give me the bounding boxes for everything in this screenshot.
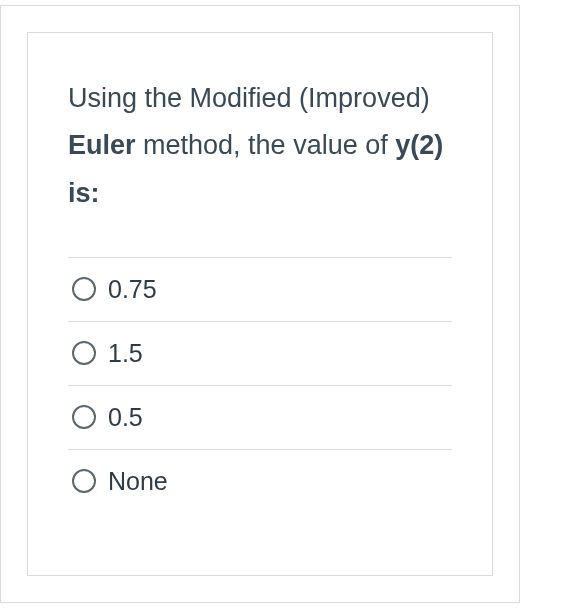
radio-icon [72, 277, 96, 301]
option-2[interactable]: 0.5 [68, 386, 452, 450]
question-card-inner: Using the Modified (Improved) Euler meth… [27, 32, 493, 576]
option-label: 1.5 [108, 339, 143, 368]
question-card-outer: Using the Modified (Improved) Euler meth… [0, 5, 520, 603]
option-1[interactable]: 1.5 [68, 322, 452, 386]
question-part2: method, the value of [136, 130, 396, 160]
option-label: None [108, 467, 168, 496]
radio-icon [72, 341, 96, 365]
option-label: 0.5 [108, 403, 143, 432]
option-0[interactable]: 0.75 [68, 258, 452, 322]
option-3[interactable]: None [68, 450, 452, 513]
question-bold1: Euler [68, 130, 136, 160]
question-text: Using the Modified (Improved) Euler meth… [68, 75, 452, 217]
radio-icon [72, 469, 96, 493]
options-list: 0.75 1.5 0.5 None [68, 257, 452, 513]
radio-icon [72, 405, 96, 429]
question-part1: Using the Modified (Improved) [68, 83, 430, 113]
option-label: 0.75 [108, 275, 157, 304]
